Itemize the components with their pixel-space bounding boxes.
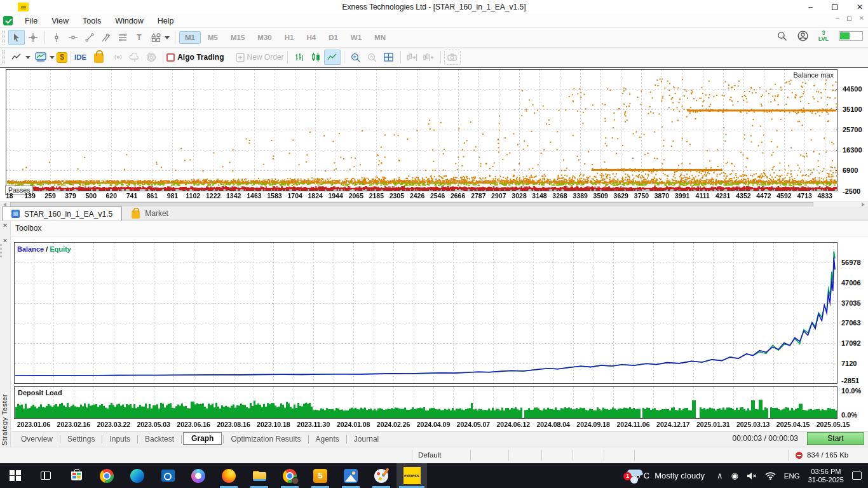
tile-windows-icon[interactable]: [381, 50, 397, 65]
tester-tab-optimization-results[interactable]: Optimization Results: [225, 433, 306, 445]
signals-icon[interactable]: [110, 50, 126, 65]
strategy-tester-close-icon[interactable]: ✕: [0, 236, 10, 244]
profiles-icon[interactable]: [32, 50, 49, 65]
cursor-tool-icon[interactable]: [8, 30, 25, 45]
horizontal-line-tool-icon[interactable]: [65, 30, 81, 45]
photos-icon[interactable]: [336, 463, 366, 488]
tester-tab-backtest[interactable]: Backtest: [139, 433, 180, 445]
candlestick-mode-icon[interactable]: [308, 50, 324, 65]
new-chart-dropdown-icon[interactable]: [25, 56, 31, 59]
profiles-dropdown-icon[interactable]: [50, 56, 55, 59]
date-tick: 2023.10.18: [250, 421, 296, 428]
bar-chart-mode-icon[interactable]: [291, 50, 308, 65]
zoom-in-icon[interactable]: [348, 50, 364, 65]
new-chart-icon[interactable]: [8, 50, 25, 65]
start-icon[interactable]: [0, 463, 31, 488]
symbols-icon[interactable]: $: [57, 52, 67, 63]
deposit-load-graph[interactable]: [14, 386, 837, 419]
algo-trading-button[interactable]: Algo Trading: [177, 53, 224, 62]
timeframe-m15[interactable]: M15: [225, 31, 250, 44]
profile-status[interactable]: Default: [418, 451, 441, 459]
edge-icon[interactable]: [122, 463, 153, 488]
chart-tab-market[interactable]: Market: [122, 207, 177, 220]
toolbar-grip[interactable]: [2, 30, 5, 44]
timeframe-m1[interactable]: M1: [179, 31, 201, 44]
language-indicator[interactable]: ENG: [784, 472, 800, 480]
toolbox-panel-header: Toolbox: [0, 221, 868, 236]
new-order-button[interactable]: New Order: [247, 53, 284, 62]
copilot-icon[interactable]: [183, 463, 214, 488]
toolbox-close-icon[interactable]: ✕: [0, 221, 10, 229]
vertical-line-tool-icon[interactable]: [48, 30, 65, 45]
search-icon[interactable]: [777, 31, 787, 41]
crosshair-tool-icon[interactable]: [25, 30, 41, 45]
timeframe-h1[interactable]: H1: [279, 31, 300, 44]
child-minimize-icon[interactable]: –: [836, 15, 839, 22]
new-order-icon[interactable]: [236, 53, 245, 62]
start-button[interactable]: Start: [807, 432, 864, 445]
child-close-icon[interactable]: ✕: [859, 15, 864, 22]
ms-store-icon[interactable]: [61, 463, 92, 488]
account-icon[interactable]: [797, 30, 808, 41]
file-explorer-icon[interactable]: [244, 463, 275, 488]
outlook-icon[interactable]: [153, 463, 183, 488]
metaeditor-button[interactable]: IDE: [74, 53, 86, 61]
optimization-scatter-plot[interactable]: [0, 69, 837, 191]
tray-expand-icon[interactable]: ∧: [717, 471, 723, 480]
timeframe-w1[interactable]: W1: [345, 31, 367, 44]
fibonacci-tool-icon[interactable]: [114, 30, 131, 45]
tester-tab-settings[interactable]: Settings: [62, 433, 100, 445]
tester-tab-graph[interactable]: Graph: [183, 432, 222, 445]
menu-item-file[interactable]: File: [18, 15, 44, 27]
exness-app-icon: [18, 3, 29, 11]
timeframe-m5[interactable]: M5: [202, 31, 224, 44]
vps-cloud-icon[interactable]: [126, 50, 143, 65]
level-indicator-icon[interactable]: ⇧LVL: [818, 30, 829, 42]
tester-tab-inputs[interactable]: Inputs: [104, 433, 136, 445]
algo-trading-icon[interactable]: [166, 53, 175, 62]
wifi-icon[interactable]: [765, 471, 776, 480]
chrome-icon[interactable]: [92, 463, 122, 488]
trendline-tool-icon[interactable]: [81, 30, 98, 45]
restore-icon[interactable]: [832, 4, 837, 10]
shapes-tool-icon[interactable]: [147, 30, 164, 45]
chart-tab-star-160-in-1-ea-v1-5[interactable]: STAR_160_in_1_EA_v1.5: [2, 207, 122, 220]
channel-tool-icon[interactable]: [98, 30, 114, 45]
market-icon[interactable]: [94, 53, 104, 63]
action-center-icon[interactable]: [852, 471, 862, 480]
copy-trading-icon[interactable]: [143, 50, 159, 65]
menu-item-help[interactable]: Help: [151, 15, 181, 27]
shift-end-right-icon[interactable]: [404, 50, 421, 65]
task-view-icon[interactable]: [31, 463, 61, 488]
zoom-out-icon[interactable]: [364, 50, 381, 65]
timeframe-d1[interactable]: D1: [323, 31, 344, 44]
timeframe-m30[interactable]: M30: [252, 31, 277, 44]
tester-tab-overview[interactable]: Overview: [15, 433, 58, 445]
paint-3d-icon[interactable]: [366, 463, 397, 488]
child-restore-icon[interactable]: [847, 17, 851, 21]
close-icon[interactable]: ✕: [857, 3, 863, 11]
chrome-profile-icon[interactable]: [275, 463, 305, 488]
exness-icon[interactable]: exness: [397, 463, 427, 488]
tester-tab-journal[interactable]: Journal: [348, 433, 384, 445]
clock[interactable]: 03:56 PM31-05-2025: [808, 468, 844, 484]
firefox-icon[interactable]: [214, 463, 244, 488]
minimize-icon[interactable]: –: [808, 3, 813, 11]
timeframe-mn[interactable]: MN: [369, 31, 391, 44]
volume-muted-icon[interactable]: [747, 471, 757, 480]
weather-widget[interactable]: 1 36°CMostly cloudy: [626, 471, 705, 480]
timeframe-h4[interactable]: H4: [301, 31, 322, 44]
recording-icon[interactable]: ◉: [731, 471, 738, 480]
screenshot-icon[interactable]: [444, 50, 461, 65]
balance-equity-graph[interactable]: [14, 242, 837, 384]
menu-item-tools[interactable]: Tools: [76, 15, 108, 27]
text-tool-icon[interactable]: T: [131, 30, 147, 45]
tester-tab-agents[interactable]: Agents: [310, 433, 345, 445]
shapes-dropdown-icon[interactable]: [165, 36, 170, 39]
toolbar-grip[interactable]: [2, 50, 5, 64]
menu-item-view[interactable]: View: [44, 15, 76, 27]
shift-end-left-icon[interactable]: [421, 50, 437, 65]
office-5-icon[interactable]: 5: [305, 463, 336, 488]
line-chart-mode-icon[interactable]: [324, 50, 341, 65]
menu-item-window[interactable]: Window: [108, 15, 150, 27]
